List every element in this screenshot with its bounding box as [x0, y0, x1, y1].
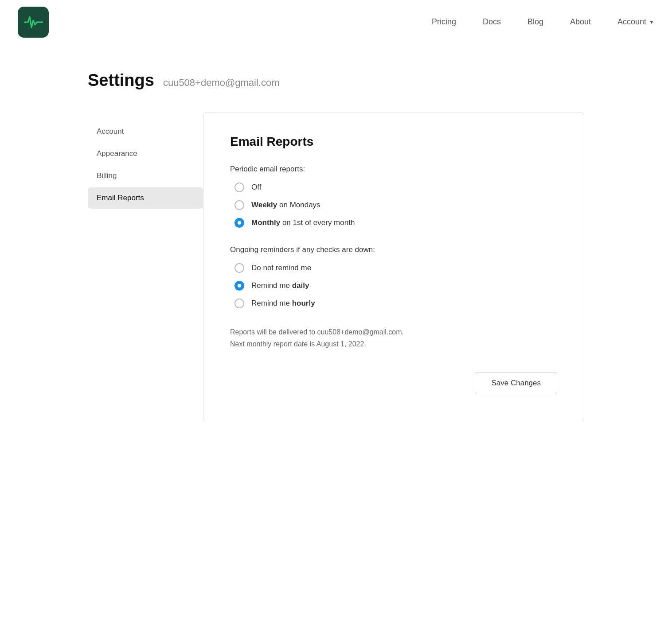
nav-docs[interactable]: Docs	[483, 17, 501, 26]
reminder-option-daily[interactable]: Remind me daily	[234, 281, 557, 291]
info-line2: Next monthly report date is August 1, 20…	[230, 340, 366, 348]
account-chevron-icon: ▼	[649, 19, 654, 25]
page-title: Settings	[88, 71, 154, 90]
radio-daily-circle	[234, 281, 244, 291]
reminder-none-label: Do not remind me	[251, 264, 311, 272]
periodic-option-monthly[interactable]: Monthly on 1st of every month	[234, 218, 557, 228]
reminder-option-hourly[interactable]: Remind me hourly	[234, 299, 557, 308]
sidebar-item-billing[interactable]: Billing	[88, 165, 203, 186]
info-line1: Reports will be delivered to cuu508+demo…	[230, 328, 404, 336]
nav-blog[interactable]: Blog	[527, 17, 543, 26]
logo[interactable]	[18, 7, 49, 38]
sidebar-item-appearance[interactable]: Appearance	[88, 143, 203, 164]
periodic-weekly-label: Weekly on Mondays	[251, 201, 320, 210]
sidebar-item-account[interactable]: Account	[88, 121, 203, 142]
periodic-label: Periodic email reports:	[230, 165, 557, 174]
radio-hourly-circle	[234, 299, 244, 308]
periodic-option-off[interactable]: Off	[234, 182, 557, 192]
reminders-radio-group: Do not remind me Remind me daily Remind …	[230, 263, 557, 308]
page-content: Settings cuu508+demo@gmail.com Account A…	[70, 44, 602, 457]
periodic-option-weekly[interactable]: Weekly on Mondays	[234, 200, 557, 210]
footer-actions: Save Changes	[230, 372, 557, 394]
periodic-off-label: Off	[251, 183, 261, 192]
reminder-option-none[interactable]: Do not remind me	[234, 263, 557, 273]
periodic-section: Periodic email reports: Off Weekly on Mo…	[230, 165, 557, 228]
main-panel: Email Reports Periodic email reports: Of…	[203, 112, 584, 421]
sidebar: Account Appearance Billing Email Reports	[88, 112, 203, 421]
reminder-hourly-label: Remind me hourly	[251, 299, 315, 308]
radio-weekly-circle	[234, 200, 244, 210]
radio-off-circle	[234, 182, 244, 192]
nav-account[interactable]: Account ▼	[617, 17, 654, 27]
nav-links: Pricing Docs Blog About Account ▼	[432, 17, 654, 27]
reminders-section: Ongoing reminders if any checks are down…	[230, 245, 557, 308]
nav-about[interactable]: About	[570, 17, 591, 26]
settings-layout: Account Appearance Billing Email Reports…	[88, 112, 584, 421]
reminder-daily-label: Remind me daily	[251, 281, 309, 290]
reminders-label: Ongoing reminders if any checks are down…	[230, 245, 557, 254]
navbar: Pricing Docs Blog About Account ▼	[0, 0, 672, 44]
page-header: Settings cuu508+demo@gmail.com	[88, 71, 584, 90]
save-button[interactable]: Save Changes	[475, 372, 557, 394]
periodic-radio-group: Off Weekly on Mondays Monthly on 1st of …	[230, 182, 557, 228]
nav-pricing[interactable]: Pricing	[432, 17, 456, 26]
periodic-monthly-label: Monthly on 1st of every month	[251, 218, 355, 227]
page-subtitle: cuu508+demo@gmail.com	[163, 77, 280, 89]
radio-monthly-circle	[234, 218, 244, 228]
sidebar-item-email-reports[interactable]: Email Reports	[88, 187, 203, 209]
info-text: Reports will be delivered to cuu508+demo…	[230, 326, 557, 350]
panel-title: Email Reports	[230, 135, 557, 149]
radio-none-circle	[234, 263, 244, 273]
